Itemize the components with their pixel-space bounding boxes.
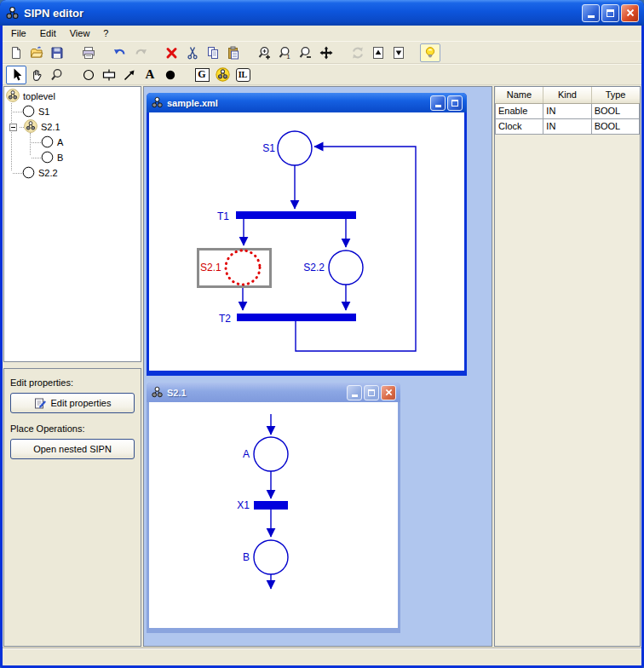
model-tree[interactable]: toplevel S1 [3, 86, 141, 362]
new-button[interactable] [6, 43, 26, 62]
nested-s2-1-window: S2.1 [147, 383, 400, 633]
tree-item-s1[interactable]: S1 [6, 104, 141, 119]
menu-help[interactable]: ? [96, 26, 115, 40]
column-header-name[interactable]: Name [496, 87, 543, 103]
print-icon [82, 46, 95, 60]
zoom-100-icon: 1 [279, 46, 292, 60]
arc-tool-button[interactable] [119, 66, 140, 84]
tools-toolbar: A G IL [3, 64, 641, 85]
edit-properties-button[interactable]: Edit properties [10, 393, 135, 413]
nested-close-button[interactable] [381, 385, 396, 400]
mdi-workspace[interactable]: sample.xml [143, 86, 492, 647]
redo-button[interactable] [130, 43, 151, 62]
menu-file[interactable]: File [4, 26, 33, 40]
collapse-expander-icon[interactable] [9, 124, 17, 131]
table-row[interactable]: Enable IN BOOL [496, 103, 640, 118]
export-image-up-button[interactable] [368, 43, 388, 62]
token-dot-icon [164, 68, 177, 82]
sample-xml-titlebar[interactable]: sample.xml [147, 93, 467, 112]
close-icon [626, 9, 635, 17]
open-nested-sipn-button[interactable]: Open nested SIPN [10, 439, 135, 459]
sample-maximize-button[interactable] [447, 95, 463, 111]
il-icon: IL [236, 68, 250, 82]
place-s2-1-selected[interactable]: S2.1 [200, 250, 260, 285]
cell-name[interactable]: Enable [496, 103, 543, 118]
nested-canvas[interactable]: A X1 B [149, 402, 398, 628]
zoom-in-button[interactable] [255, 43, 275, 62]
place-a[interactable]: A [243, 437, 288, 471]
column-header-type[interactable]: Type [591, 87, 639, 103]
sipn-view-button[interactable] [212, 66, 233, 84]
tree-item-s2-1[interactable]: S2.1 [6, 119, 141, 135]
place-s1[interactable]: S1 [262, 131, 312, 165]
tree-item-a[interactable]: A [6, 135, 141, 150]
nested-maximize-button[interactable] [364, 385, 379, 400]
delete-icon [165, 46, 179, 60]
magnifier-tool-button[interactable] [47, 66, 67, 84]
transition-tool-button[interactable] [99, 66, 119, 84]
open-button[interactable] [26, 43, 47, 62]
place-b[interactable]: B [243, 540, 288, 574]
place-node-icon [41, 135, 54, 150]
undo-button[interactable] [110, 43, 130, 62]
paste-button[interactable] [223, 43, 244, 62]
cut-button[interactable] [182, 43, 203, 62]
place-s2-2[interactable]: S2.2 [303, 250, 363, 285]
zoom-100-button[interactable]: 1 [275, 43, 296, 62]
export-image-down-button[interactable] [388, 43, 409, 62]
nested-minimize-button[interactable] [347, 385, 362, 400]
transition-t2[interactable]: T2 [219, 313, 356, 325]
zoom-out-button[interactable] [296, 43, 316, 62]
left-panel: toplevel S1 [3, 86, 141, 647]
redo-icon [134, 46, 147, 60]
titlebar[interactable]: SIPN editor [0, 0, 644, 26]
delete-button[interactable] [162, 43, 182, 62]
app-sipn-icon [151, 386, 164, 399]
pan-tool-button[interactable] [26, 66, 47, 84]
tree-item-toplevel[interactable]: toplevel [6, 89, 141, 104]
cell-type[interactable]: BOOL [591, 103, 639, 118]
variables-header-row: Name Kind Type [496, 87, 640, 103]
token-tool-button[interactable] [160, 66, 181, 84]
place-node-icon [22, 105, 35, 119]
sipn-node-icon [6, 89, 20, 104]
hints-toggle-button[interactable] [420, 43, 440, 62]
tree-item-label: A [57, 137, 63, 147]
place-tool-button[interactable] [78, 66, 99, 84]
sample-xml-title: sample.xml [167, 98, 428, 108]
svg-text:B: B [243, 551, 250, 563]
maximize-button[interactable] [601, 4, 619, 22]
cell-kind[interactable]: IN [543, 103, 591, 118]
nested-window-titlebar[interactable]: S2.1 [147, 383, 400, 402]
sample-canvas[interactable]: S1 T1 S2.1 [149, 112, 464, 371]
cell-type[interactable]: BOOL [591, 118, 639, 134]
tree-item-label: B [57, 153, 63, 163]
cell-name[interactable]: Clock [496, 118, 543, 134]
window-title: SIPN editor [24, 7, 580, 20]
transition-x1[interactable]: X1 [237, 499, 288, 511]
zoom-in-icon [258, 46, 272, 60]
close-button[interactable] [621, 4, 639, 22]
print-button[interactable] [78, 43, 99, 62]
label-tool-button[interactable]: A [140, 66, 160, 84]
cell-kind[interactable]: IN [543, 118, 591, 134]
copy-button[interactable] [203, 43, 223, 62]
menu-view[interactable]: View [63, 26, 97, 40]
tree-item-s2-2[interactable]: S2.2 [6, 165, 141, 181]
sample-minimize-button[interactable] [430, 95, 446, 111]
tree-item-b[interactable]: B [6, 150, 141, 165]
transition-t1[interactable]: T1 [217, 210, 356, 222]
save-button[interactable] [47, 43, 67, 62]
minimize-button[interactable] [582, 4, 600, 22]
menu-edit[interactable]: Edit [33, 26, 63, 40]
zoom-fit-button[interactable] [316, 43, 336, 62]
il-code-button[interactable]: IL [233, 66, 253, 84]
edit-properties-label: Edit properties: [10, 377, 135, 388]
select-tool-button[interactable] [6, 66, 26, 84]
maximize-icon [368, 389, 375, 396]
graph-view-button[interactable]: G [192, 66, 212, 84]
column-header-kind[interactable]: Kind [543, 87, 591, 103]
table-row[interactable]: Clock IN BOOL [496, 118, 640, 134]
app-window: SIPN editor File Edit View ? [0, 0, 644, 668]
refresh-button[interactable] [348, 43, 368, 62]
